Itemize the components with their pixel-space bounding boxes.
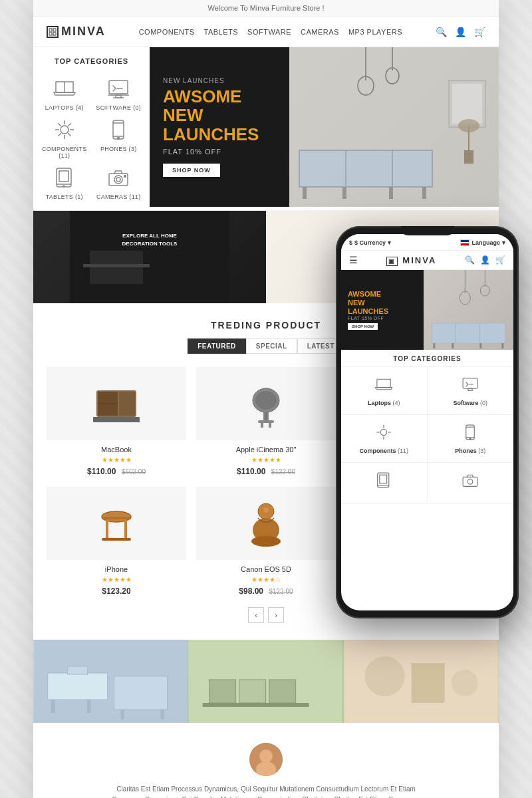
phone-logo-icon: ▣ (386, 257, 398, 266)
bbanner-1 (33, 640, 188, 723)
product-price-iphone: $123.20 (47, 585, 186, 597)
shop-now-button[interactable]: SHOP NOW (163, 164, 220, 177)
product-canon[interactable]: Canon EOS 5D ★★★★☆ $98.00 $122.00 (196, 487, 336, 597)
search-icon[interactable]: 🔍 (436, 27, 447, 37)
phone-notch (401, 226, 454, 235)
svg-rect-39 (83, 264, 150, 267)
svg-rect-102 (480, 343, 482, 348)
svg-rect-53 (269, 422, 271, 428)
phone-cat-laptops[interactable]: Laptops (4) (341, 367, 428, 415)
svg-text:DECORATION TOOLS: DECORATION TOOLS (122, 241, 178, 247)
hero-title: AWSOMENEW LAUNCHES (163, 87, 276, 144)
phone-logo: ▣ MINVA (386, 255, 437, 265)
phone-user-icon[interactable]: 👤 (480, 255, 490, 265)
svg-rect-76 (68, 666, 88, 674)
phone-overlay: $ $ Currency ▾ Language ▾ ☰ ▣ MINVA (336, 226, 519, 618)
phone-currency[interactable]: $ $ Currency ▾ (349, 239, 391, 246)
product-price-cinema: $110.00 $122.00 (196, 465, 336, 477)
cat-cameras[interactable]: CAMERAS (11) (94, 164, 144, 200)
svg-point-11 (118, 138, 120, 140)
svg-rect-50 (265, 412, 267, 422)
svg-rect-77 (114, 676, 168, 710)
cat-tablets[interactable]: TABLETS (1) (40, 164, 89, 200)
product-macbook[interactable]: MacBook ★★★★★ $110.00 $502.00 (47, 367, 186, 477)
svg-rect-2 (49, 33, 52, 35)
phone-header: ☰ ▣ MINVA 🔍 👤 🛒 (341, 251, 513, 270)
svg-rect-73 (48, 673, 108, 700)
svg-rect-105 (468, 388, 472, 390)
svg-text:EXPLORE ALL HOME: EXPLORE ALL HOME (122, 233, 177, 239)
phone-components-icon (374, 423, 393, 445)
phone-search-icon[interactable]: 🔍 (465, 255, 475, 265)
svg-point-35 (458, 119, 479, 132)
phone-hero-sub: FLAT 15% OFF (348, 316, 417, 321)
phone-cat-row5-right[interactable] (428, 463, 514, 504)
cat-laptops[interactable]: LAPTOPS (4) (40, 75, 89, 111)
phone-row5-left-icon (374, 471, 393, 493)
header-icons: 🔍 👤 🛒 (436, 27, 485, 37)
phone-frame: $ $ Currency ▾ Language ▾ ☰ ▣ MINVA (336, 226, 519, 618)
svg-rect-0 (49, 29, 52, 31)
tab-featured[interactable]: FEATURED (188, 338, 246, 354)
bbanner-3 (344, 640, 499, 723)
testimonial-section: Claritas Est Etiam Processus Dynamicus, … (33, 723, 499, 798)
cart-icon[interactable]: 🛒 (474, 27, 485, 37)
nav-cameras[interactable]: CAMERAS (301, 28, 339, 36)
product-price-macbook: $110.00 $502.00 (47, 465, 186, 477)
svg-point-14 (63, 186, 65, 187)
svg-point-48 (255, 391, 277, 410)
product-iphone[interactable]: iPhone ★★★★★ $123.20 (47, 487, 186, 597)
svg-rect-24 (299, 150, 432, 187)
svg-rect-96 (432, 323, 505, 343)
product-img-canon (196, 487, 336, 560)
svg-rect-58 (124, 519, 127, 541)
hero-right (289, 47, 499, 207)
avatar (249, 743, 283, 776)
phone-cat-components[interactable]: Components (11) (341, 415, 428, 463)
svg-rect-59 (102, 538, 131, 541)
nav-components[interactable]: COMPONENTS (139, 28, 195, 36)
phone-hero: AWSOMENEWLAUNCHES FLAT 15% OFF SHOP NOW (341, 270, 513, 350)
product-name-macbook: MacBook (47, 446, 186, 454)
next-btn[interactable]: › (268, 607, 284, 623)
svg-rect-31 (422, 187, 426, 199)
phone-language[interactable]: Language ▾ (460, 239, 505, 246)
phone-cat-software[interactable]: Software (0) (428, 367, 514, 415)
svg-rect-52 (261, 422, 263, 428)
svg-rect-74 (51, 700, 55, 713)
cat-components[interactable]: COMPONENTS (11) (40, 116, 89, 159)
hamburger-menu[interactable]: ☰ (349, 255, 358, 265)
tab-special[interactable]: SPECIAL (246, 338, 297, 354)
phone-shop-btn[interactable]: SHOP NOW (348, 323, 378, 330)
phone-cat-phones[interactable]: Phones (3) (428, 415, 514, 463)
prev-btn[interactable]: ‹ (248, 607, 264, 623)
testimonial-text: Claritas Est Etiam Processus Dynamicus, … (106, 784, 426, 798)
sidebar-title: TOP CATEGORIES (40, 57, 143, 65)
nav-tablets[interactable]: TABLETS (203, 28, 238, 36)
svg-rect-56 (102, 517, 131, 519)
nav-mp3players[interactable]: MP3 PLAYERS (348, 28, 402, 36)
software-label: SOFTWARE (0) (96, 104, 141, 111)
phone-cat-row5-left[interactable] (341, 463, 428, 504)
logo[interactable]: MINVA (47, 25, 106, 39)
phone-logo-text: MINVA (402, 255, 436, 265)
cat-software[interactable]: SOFTWARE (0) (94, 75, 144, 111)
content-area: TOP CATEGORIES LAPTOPS (4) (33, 47, 499, 210)
cat-phones[interactable]: PHONES (3) (94, 116, 144, 159)
product-img-iphone (47, 487, 186, 560)
svg-rect-83 (269, 680, 296, 703)
phone-phones-icon (461, 423, 479, 445)
user-icon[interactable]: 👤 (455, 27, 466, 37)
phone-components-label: Components (11) (359, 448, 408, 454)
nav-software[interactable]: SOFTWARE (247, 28, 291, 36)
dollar-sign: $ (349, 239, 352, 246)
svg-rect-79 (161, 710, 164, 720)
svg-rect-100 (434, 343, 436, 348)
sidebar: TOP CATEGORIES LAPTOPS (4) (33, 47, 150, 210)
svg-point-7 (61, 126, 68, 134)
phone-laptop-icon (374, 375, 393, 397)
svg-rect-87 (411, 663, 444, 703)
phone-cart-icon[interactable]: 🛒 (495, 255, 505, 265)
language-chevron: ▾ (502, 239, 505, 246)
product-apple-cinema[interactable]: Apple iCinema 30" ★★★★★ $110.00 $122.00 (196, 367, 336, 477)
